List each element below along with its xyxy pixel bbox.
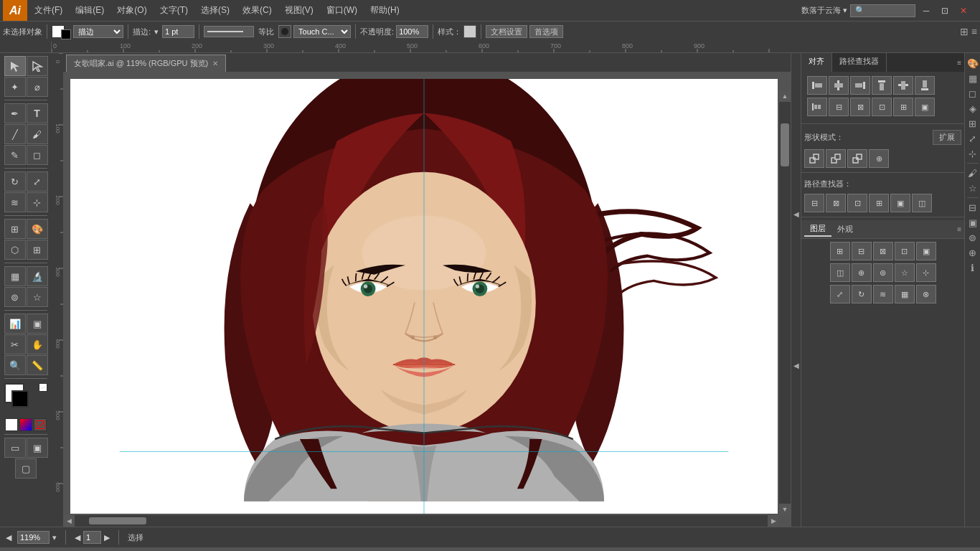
magic-wand-tool[interactable]: ✦ xyxy=(4,77,26,97)
measure-tool[interactable]: 📏 xyxy=(27,355,48,375)
scale-tool[interactable]: ⤢ xyxy=(27,171,48,192)
menu-view[interactable]: 视图(V) xyxy=(279,1,319,19)
scroll-up-btn[interactable]: ▲ xyxy=(779,90,791,102)
minimize-btn[interactable]: ─ xyxy=(918,3,934,19)
adjust-icon[interactable]: ⊞ xyxy=(960,26,969,37)
column-graph-tool[interactable]: 📊 xyxy=(4,314,26,334)
expand-btn[interactable]: 扩展 xyxy=(933,130,961,145)
fill-color[interactable] xyxy=(4,383,24,403)
pathfinder-tab[interactable]: 路径查找器 xyxy=(832,53,887,72)
close-btn[interactable]: ✕ xyxy=(956,3,971,19)
vertical-scrollbar[interactable]: ▲ ▼ xyxy=(779,90,791,515)
minus-back-btn[interactable]: ◫ xyxy=(912,194,932,212)
opacity-input[interactable] xyxy=(396,25,428,38)
layer-btn-6[interactable]: ◫ xyxy=(830,263,850,282)
type-tool[interactable]: T xyxy=(27,103,48,123)
layer-btn-14[interactable]: ▦ xyxy=(895,285,915,303)
v-scroll-thumb[interactable] xyxy=(781,123,789,166)
doc-settings-btn[interactable]: 文档设置 xyxy=(486,25,527,38)
layer-btn-12[interactable]: ↻ xyxy=(852,285,872,303)
scroll-left-btn[interactable]: ◀ xyxy=(63,515,75,527)
links-icon[interactable]: ⊚ xyxy=(966,230,980,245)
next-page-btn[interactable]: ▶ xyxy=(104,533,110,542)
mesh-tool[interactable]: ⊞ xyxy=(27,240,48,260)
artboard-tool[interactable]: ▣ xyxy=(27,314,48,334)
menu-text[interactable]: 文字(T) xyxy=(154,1,194,19)
layer-btn-9[interactable]: ☆ xyxy=(895,263,915,282)
panel-menu-btn[interactable]: ≡ xyxy=(954,53,964,72)
info-icon[interactable]: ℹ xyxy=(966,260,980,275)
layers-tab[interactable]: 图层 xyxy=(804,222,831,237)
hand-tool[interactable]: ✋ xyxy=(27,334,48,354)
appearance-tab[interactable]: 外观 xyxy=(831,222,859,236)
color-icon[interactable]: 🎨 xyxy=(966,56,980,70)
dist-left-btn[interactable] xyxy=(807,98,827,116)
draw-behind-btn[interactable]: ▣ xyxy=(27,438,48,458)
rotate-tool[interactable]: ↻ xyxy=(4,171,26,192)
layer-btn-13[interactable]: ≋ xyxy=(873,285,893,303)
stroke-icon[interactable]: ◻ xyxy=(966,86,980,100)
align-right-btn[interactable] xyxy=(850,76,870,95)
direct-selection-tool[interactable] xyxy=(27,56,48,76)
menu-effect[interactable]: 效果(C) xyxy=(237,1,278,19)
search-btn[interactable]: 🔍 xyxy=(850,4,915,17)
dist-center-h-btn[interactable]: ⊟ xyxy=(829,98,849,116)
brush-select[interactable]: Touch C... xyxy=(293,25,351,38)
shape-builder-tool[interactable]: ⊞ xyxy=(4,219,26,239)
live-paint-tool[interactable]: 🎨 xyxy=(27,219,48,239)
merge-btn[interactable]: ⊡ xyxy=(847,194,867,212)
layers-menu-btn[interactable]: ≡ xyxy=(957,225,961,233)
outline-btn[interactable]: ▣ xyxy=(890,194,910,212)
dash-pattern[interactable] xyxy=(204,26,254,37)
style-swatch[interactable] xyxy=(463,25,476,38)
paintbrush-tool[interactable]: 🖌 xyxy=(27,124,48,144)
layers-icon[interactable]: ⊟ xyxy=(966,200,980,215)
layer-btn-2[interactable]: ⊟ xyxy=(852,242,872,260)
swap-colors-btn[interactable]: ↔ xyxy=(39,383,47,392)
align-icon[interactable]: ⊞ xyxy=(966,116,980,131)
menu-file[interactable]: 文件(F) xyxy=(29,1,68,19)
zoom-input[interactable] xyxy=(17,531,50,544)
align-tab[interactable]: 对齐 xyxy=(801,53,832,72)
artboard-icon[interactable]: ▣ xyxy=(966,215,980,230)
unite-btn[interactable] xyxy=(804,149,824,168)
layer-btn-11[interactable]: ⤢ xyxy=(830,285,850,303)
layer-btn-7[interactable]: ⊕ xyxy=(852,263,872,282)
color-dot[interactable] xyxy=(278,25,291,38)
pen-tool[interactable]: ✒ xyxy=(4,103,26,123)
selection-tool[interactable] xyxy=(4,56,26,76)
layer-btn-4[interactable]: ⊡ xyxy=(895,242,915,260)
minus-front-btn[interactable] xyxy=(826,149,846,168)
align-top-btn[interactable] xyxy=(872,76,892,95)
gradient-mode-btn[interactable] xyxy=(19,418,32,431)
stroke-color[interactable] xyxy=(11,390,29,408)
cloud-label[interactable]: 数落于云海 ▾ xyxy=(801,5,847,16)
warp-tool[interactable]: ≋ xyxy=(4,192,26,212)
layer-btn-15[interactable]: ⊗ xyxy=(916,285,936,303)
tab-close-btn[interactable]: ✕ xyxy=(212,60,218,67)
swatches-icon[interactable]: ⊕ xyxy=(966,245,980,260)
gradient-icon[interactable]: ▦ xyxy=(966,71,980,85)
align-left-btn[interactable] xyxy=(807,76,827,95)
h-scroll-thumb[interactable] xyxy=(89,517,146,524)
preferences-btn[interactable]: 首选项 xyxy=(529,25,563,38)
transform-icon[interactable]: ⤢ xyxy=(966,131,980,146)
draw-normal-btn[interactable]: ▭ xyxy=(4,438,26,458)
menu-help[interactable]: 帮助(H) xyxy=(364,1,405,19)
search-input[interactable] xyxy=(867,6,910,15)
layer-btn-5[interactable]: ▣ xyxy=(916,242,936,260)
screen-mode-btn[interactable]: ▢ xyxy=(15,458,37,479)
dist-top-btn[interactable]: ⊡ xyxy=(872,98,892,116)
symbol-tool[interactable]: ☆ xyxy=(27,287,48,307)
exclude-btn[interactable]: ⊕ xyxy=(869,149,889,168)
layer-btn-10[interactable]: ⊹ xyxy=(916,263,936,282)
right-collapse-btn[interactable]: ◀ ◀ xyxy=(791,53,801,527)
menu-window[interactable]: 窗口(W) xyxy=(321,1,363,19)
perspective-grid-tool[interactable]: ⬡ xyxy=(4,240,26,260)
free-transform-tool[interactable]: ⊹ xyxy=(27,192,48,212)
menu-object[interactable]: 对象(O) xyxy=(111,1,152,19)
stroke-width-input[interactable] xyxy=(162,25,194,38)
gradient-tool[interactable]: ▦ xyxy=(4,266,26,286)
trim-btn[interactable]: ⊠ xyxy=(826,194,846,212)
align-center-h-btn[interactable] xyxy=(829,76,849,95)
